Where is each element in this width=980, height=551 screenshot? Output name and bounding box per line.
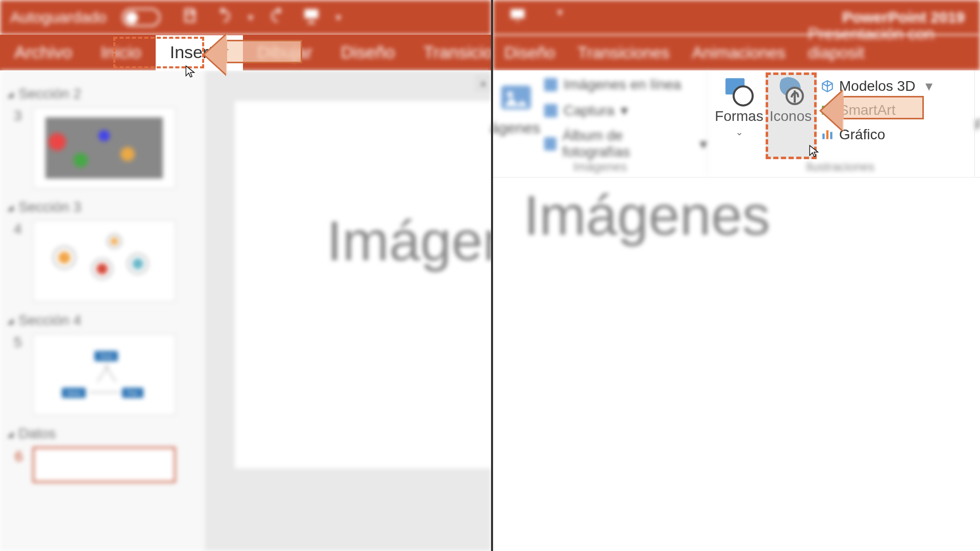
flow-box-right: Plan [122,388,143,398]
capture-label: Captura [564,103,615,119]
images-online-button[interactable]: Imágenes en línea [544,77,681,93]
tab-diseno-right[interactable]: Diseño [493,36,567,70]
section-4-label: Sección 4 [18,312,81,329]
cursor-icon-right [807,142,821,160]
images-online-label: Imágenes en línea [564,77,681,93]
images-big-label: ágenes [490,119,540,137]
thumb-3-content [45,117,163,179]
slide-thumb-6[interactable]: 6 [33,447,176,483]
chevron-down-icon: ▾ [700,136,707,153]
section-datos-header[interactable]: Datos [7,425,197,442]
svg-rect-9 [822,134,824,139]
group-separator [974,70,975,177]
tab-animaciones-right[interactable]: Animaciones [681,36,797,70]
editor-right: Imágenes [493,178,980,551]
ribbon-right: ágenes Imágenes en línea Captura ▾ Álbum… [493,70,980,178]
section-3-header[interactable]: Sección 3 [7,199,197,215]
tab-presentacion-right[interactable]: Presentación con diaposit [797,17,980,70]
chart-label: Gráfico [839,127,885,143]
slide-thumb-4[interactable]: 4 [33,220,176,302]
qat-more-icon-right[interactable]: ▾ [557,6,562,29]
slide-thumb-3[interactable]: 3 [33,107,176,189]
split-divider [491,0,493,551]
thumb-5-content: Texto Ideas Plan [45,344,163,405]
album-label: Álbum de fotografías [562,128,683,160]
section-datos-label: Datos [18,425,56,442]
scroll-up-glyph: ▲ [479,79,487,88]
chevron-down-icon: ▾ [925,78,933,94]
capture-button[interactable]: Captura ▾ [544,102,628,119]
right-screenshot: ▾ PowerPoint 2019 Diseño Transiciones An… [493,0,980,551]
section-4-header[interactable]: Sección 4 [7,312,197,329]
models3d-label: Modelos 3D [839,78,915,94]
slide-number-3: 3 [14,108,22,124]
slide-canvas-left[interactable]: Imágene [235,101,491,468]
cursor-icon [184,62,197,81]
album-button[interactable]: Álbum de fotografías ▾ [544,128,707,160]
capture-icon [544,104,557,117]
images-icon[interactable] [498,80,534,115]
tab-transiciones-right[interactable]: Transiciones [567,36,681,70]
qat-more-icon[interactable]: ▾ [336,11,341,23]
album-icon [544,137,556,151]
svg-point-1 [507,91,513,97]
thumb-4-content [45,231,163,292]
save-icon[interactable] [181,6,199,29]
title-bar-left: Autoguardado ▾ ▾ [0,0,491,35]
ribbon-tabs-right: Diseño Transiciones Animaciones Presenta… [493,35,980,70]
autosave-label: Autoguardado [10,9,107,26]
editor-left: ▲ Imágene [204,70,491,551]
autosave-toggle[interactable] [122,8,160,27]
slide-number-6: 6 [15,448,23,465]
callout-arrow-insertar [226,40,302,63]
slide-number-5: 5 [14,334,22,350]
svg-point-3 [733,86,752,105]
shapes-button[interactable]: Formas ⌄ [714,76,765,138]
truncated-next-group: Fo [974,116,980,134]
icons-label: Iconos [767,108,815,124]
section-2-header[interactable]: Sección 2 [7,86,197,102]
left-screenshot: Autoguardado ▾ ▾ Archivo Inicio Insertar… [0,0,491,551]
shapes-label: Formas [714,108,765,124]
svg-rect-11 [830,132,832,139]
icons-button[interactable]: Iconos [767,76,815,124]
flow-box-left: Ideas [62,388,86,398]
tab-diseno[interactable]: Diseño [327,35,409,70]
slide-title-right: Imágenes [524,183,770,247]
undo-icon[interactable] [214,6,233,29]
images-group-caption: Imágenes [493,160,707,174]
slideshow-icon[interactable] [302,6,321,29]
redo-icon[interactable] [268,6,287,29]
illustrations-group-caption: Ilustraciones [707,160,973,174]
flow-box-top: Texto [94,351,118,361]
tab-inicio[interactable]: Inicio [86,35,155,70]
chevron-down-icon: ⌄ [714,127,765,138]
slide-thumb-5[interactable]: 5 Texto Ideas Plan [33,334,176,415]
globe-icon [544,78,557,91]
ribbon-group-images: ágenes Imágenes en línea Captura ▾ Álbum… [493,70,707,177]
undo-dropdown-icon[interactable]: ▾ [248,11,253,23]
scroll-up-button[interactable]: ▲ [476,76,491,91]
section-2-label: Sección 2 [18,86,81,102]
chevron-down-icon: ▾ [621,102,628,119]
slide-panel[interactable]: Sección 2 3 Sección 3 4 Sección 4 5 Text… [0,70,204,551]
callout-arrow-iconos [842,96,924,119]
slideshow-icon-right[interactable] [508,6,527,29]
tab-archivo[interactable]: Archivo [0,35,86,70]
section-3-label: Sección 3 [18,199,81,215]
slide-number-4: 4 [14,221,22,237]
